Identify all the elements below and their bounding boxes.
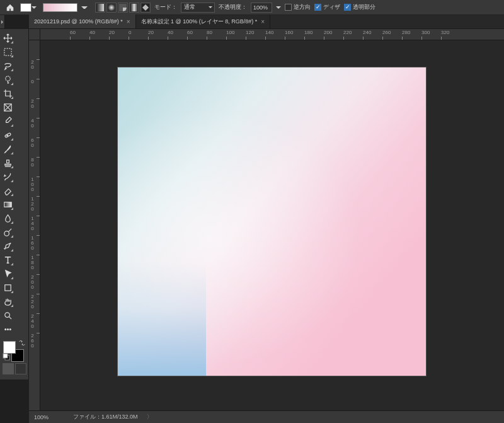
pen-tool[interactable]	[1, 240, 14, 252]
gradient-radial-button[interactable]	[106, 3, 117, 13]
svg-point-6	[5, 76, 10, 81]
tool-preset-picker[interactable]	[20, 3, 32, 12]
opacity-label: 不透明度：	[219, 3, 247, 11]
document-tab-1[interactable]: 名称未設定 1 @ 100% (レイヤー 8, RGB/8#) *×	[136, 14, 271, 28]
path-select-tool[interactable]	[1, 267, 14, 280]
ruler-tick: 300	[421, 30, 430, 35]
default-colors-icon[interactable]	[3, 353, 10, 361]
eyedropper-tool[interactable]	[1, 115, 14, 127]
gradient-picker[interactable]	[43, 3, 77, 12]
file-value: 1.61M/132.0M	[101, 414, 138, 420]
mode-dropdown[interactable]: 通常	[181, 3, 215, 13]
swap-colors-icon[interactable]	[18, 339, 26, 347]
svg-point-1	[108, 4, 115, 11]
opacity-field[interactable]: 100%	[251, 3, 272, 13]
status-bar: 100% ファイル：1.61M/132.0M 〉	[29, 410, 504, 423]
workspace: 6040200204060801001201401601802002202402…	[29, 29, 504, 410]
file-label: ファイル：	[73, 414, 101, 420]
status-flyout-icon[interactable]: 〉	[147, 413, 152, 421]
reverse-option[interactable]: 逆方向	[285, 3, 311, 11]
ruler-tick: 280	[402, 30, 410, 35]
edit-mode-group	[1, 363, 27, 377]
ruler-tick: 120	[30, 196, 35, 211]
foreground-color-swatch[interactable]	[3, 341, 16, 354]
ruler-tick: 240	[363, 30, 371, 35]
edit-toolbar-button[interactable]	[1, 323, 14, 335]
gradient-picker-caret-icon[interactable]	[81, 3, 88, 11]
standard-mode-button[interactable]	[3, 363, 14, 374]
brush-tool[interactable]	[1, 142, 14, 155]
dodge-tool[interactable]	[1, 226, 14, 238]
mode-value: 通常	[184, 3, 195, 11]
opacity-caret-icon[interactable]	[276, 3, 281, 11]
shape-tool[interactable]	[1, 281, 14, 294]
svg-point-15	[9, 328, 11, 330]
toolbox	[0, 29, 29, 380]
gradient-tool[interactable]	[1, 198, 14, 211]
ruler-tick: 80	[30, 157, 35, 167]
gradient-angle-button[interactable]	[118, 3, 128, 13]
move-tool[interactable]	[1, 32, 14, 44]
svg-rect-11	[4, 284, 10, 290]
vertical-ruler[interactable]: 20020406080100120140160180200220240260	[29, 40, 40, 410]
type-tool[interactable]	[1, 253, 14, 266]
transparency-option[interactable]: 透明部分	[344, 3, 375, 11]
ruler-tick: 220	[343, 30, 352, 35]
ruler-tick: 240	[30, 313, 35, 328]
document-tab-0[interactable]: 20201219.psd @ 100% (RGB/8#) *×	[29, 14, 136, 28]
gradient-reflected-button[interactable]	[129, 3, 139, 13]
ruler-tick: 0	[30, 79, 35, 84]
canvas[interactable]	[118, 67, 426, 376]
reverse-checkbox[interactable]	[285, 4, 292, 11]
ruler-tick: 200	[324, 30, 332, 35]
close-icon[interactable]: ×	[127, 18, 130, 25]
frame-tool[interactable]	[1, 101, 14, 113]
eraser-tool[interactable]	[1, 184, 14, 197]
blur-tool[interactable]	[1, 212, 14, 224]
ruler-tick: 60	[70, 30, 76, 35]
lasso-tool[interactable]	[1, 59, 14, 72]
dither-option[interactable]: ディザ	[314, 3, 340, 11]
healing-tool[interactable]	[1, 129, 14, 141]
status-info[interactable]: ファイル：1.61M/132.0M	[73, 413, 138, 421]
ruler-tick: 0	[129, 30, 131, 35]
ruler-tick: 200	[30, 274, 35, 289]
svg-rect-5	[4, 48, 11, 55]
ruler-tick: 60	[30, 137, 35, 148]
ruler-tick: 140	[30, 216, 35, 231]
gradient-linear-button[interactable]	[95, 3, 105, 13]
marquee-tool[interactable]	[1, 45, 14, 58]
quick-mask-button[interactable]	[15, 363, 26, 374]
ruler-origin[interactable]	[29, 29, 40, 40]
collapsed-panel-tab[interactable]	[0, 15, 5, 29]
ruler-tick: 20	[148, 30, 154, 35]
home-button[interactable]	[4, 1, 16, 14]
hand-tool[interactable]	[1, 295, 14, 308]
ruler-tick: 260	[30, 333, 35, 348]
color-swatches	[1, 339, 27, 361]
svg-rect-3	[130, 4, 138, 11]
dither-label: ディザ	[323, 3, 340, 11]
history-brush-tool[interactable]	[1, 170, 14, 183]
ruler-tick: 60	[187, 30, 193, 35]
ruler-tick: 140	[265, 30, 273, 35]
ruler-tick: 180	[304, 30, 312, 35]
crop-tool[interactable]	[1, 87, 14, 100]
quick-select-tool[interactable]	[1, 73, 14, 86]
transparency-checkbox[interactable]	[344, 4, 351, 11]
ruler-tick: 100	[226, 30, 234, 35]
svg-rect-17	[3, 354, 8, 358]
close-icon[interactable]: ×	[261, 18, 265, 25]
ruler-tick: 20	[30, 59, 35, 69]
gradient-type-group	[95, 3, 151, 13]
horizontal-ruler[interactable]: 6040200204060801001201401601802002202402…	[40, 29, 504, 40]
gradient-diamond-button[interactable]	[140, 3, 151, 13]
stamp-tool[interactable]	[1, 156, 14, 169]
zoom-field[interactable]: 100%	[34, 414, 64, 420]
canvas-viewport[interactable]	[40, 40, 504, 410]
ruler-tick: 320	[441, 30, 449, 35]
ruler-tick: 20	[109, 30, 115, 35]
svg-point-12	[4, 312, 9, 317]
zoom-tool[interactable]	[1, 309, 14, 322]
dither-checkbox[interactable]	[314, 4, 321, 11]
